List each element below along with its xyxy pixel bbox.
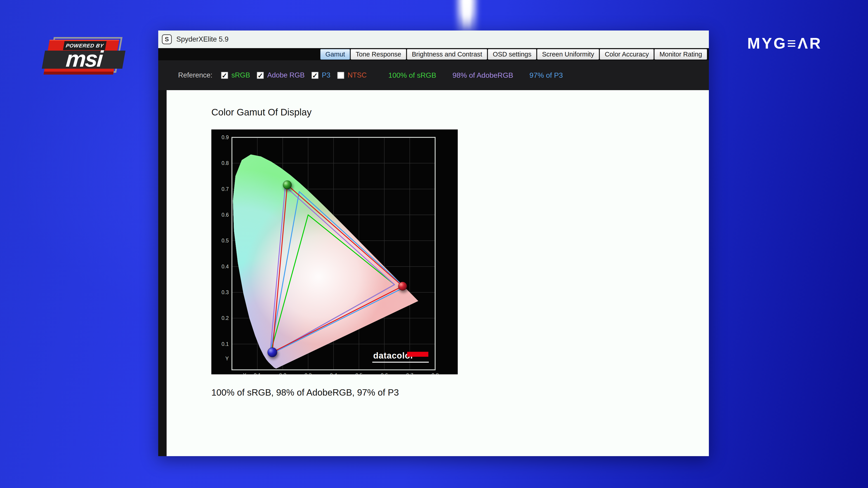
chromaticity-chart: 0.10.20.30.40.50.60.70.8X0.10.20.30.40.5… [211,129,458,375]
datacolor-logo-bar [407,352,428,357]
reference-option-ntsc: NTSC [337,71,367,79]
svg-text:0.8: 0.8 [432,372,439,375]
cie-horseshoe [225,148,433,373]
coverage-caption: 100% of sRGB, 98% of AdobeRGB, 97% of P3 [211,387,709,398]
checkbox-ntsc[interactable] [337,72,344,79]
svg-text:0.6: 0.6 [221,212,229,218]
svg-text:0.7: 0.7 [406,372,413,375]
svg-text:0.1: 0.1 [221,341,229,347]
marker-red-primary [398,282,407,291]
checkbox-label: sRGB [231,71,250,79]
svg-text:X: X [243,372,246,375]
reference-option-p3: ✓P3 [311,71,331,79]
checkbox-p3[interactable]: ✓ [311,72,318,79]
reference-bar: Reference: ✓sRGB✓Adobe RGB✓P3NTSC 100% o… [158,60,709,90]
svg-text:0.3: 0.3 [305,372,312,375]
tab-bar: GamutTone ResponseBrightness and Contras… [158,48,709,60]
marker-blue-primary [268,348,277,357]
coverage-summary: 98% of AdobeRGB [453,71,513,79]
svg-text:Y: Y [225,356,229,361]
svg-text:0.6: 0.6 [381,372,388,375]
window-titlebar[interactable]: S SpyderXElite 5.9 [158,31,709,48]
checkbox-srgb[interactable]: ✓ [221,72,228,79]
spyderx-elite-window: S SpyderXElite 5.9 GamutTone ResponseBri… [158,31,709,456]
tab-brightness-and-contrast[interactable]: Brightness and Contrast [407,49,487,60]
datacolor-watermark: datacolor [372,351,429,362]
svg-text:0.9: 0.9 [221,134,229,140]
tab-osd-settings[interactable]: OSD settings [488,49,536,60]
wallpaper-light-beam-core [463,0,471,32]
svg-text:0.5: 0.5 [221,238,229,243]
checkbox-adobe-rgb[interactable]: ✓ [257,72,264,79]
gamut-coverage-summaries: 100% of sRGB98% of AdobeRGB97% of P3 [388,71,563,79]
coverage-summary: 97% of P3 [529,71,563,79]
svg-text:0.3: 0.3 [221,289,229,295]
coverage-summary: 100% of sRGB [388,71,436,79]
checkbox-label: Adobe RGB [267,71,305,79]
checkbox-label: NTSC [348,71,367,79]
page-title: Color Gamut Of Display [211,107,709,118]
tab-gamut[interactable]: Gamut [320,49,350,60]
svg-text:0.4: 0.4 [221,264,229,269]
msi-logo: msi [43,48,125,70]
spyder-app-icon: S [162,34,172,44]
tab-color-accuracy[interactable]: Color Accuracy [600,49,654,60]
svg-text:0.7: 0.7 [221,186,229,192]
mygear-logo: MYG≡ΛR [747,34,822,52]
reference-option-adobe-rgb: ✓Adobe RGB [257,71,305,79]
svg-text:0.2: 0.2 [279,372,286,375]
checkbox-label: P3 [322,71,331,79]
window-content: Color Gamut Of Display [158,90,709,456]
marker-green-primary [283,181,291,189]
svg-text:0.1: 0.1 [254,372,261,375]
window-title: SpyderXElite 5.9 [176,35,228,43]
svg-text:0.4: 0.4 [330,372,337,375]
svg-text:0.8: 0.8 [221,160,229,166]
msi-powered-by-badge: POWERED BY msi [44,37,124,78]
reference-label: Reference: [178,71,213,79]
reference-option-srgb: ✓sRGB [221,71,250,79]
tab-tone-response[interactable]: Tone Response [350,49,406,60]
svg-text:0.5: 0.5 [355,372,363,375]
gamut-chart-svg: 0.10.20.30.40.50.60.70.8X0.10.20.30.40.5… [211,129,458,375]
svg-text:0.2: 0.2 [221,315,229,321]
report-panel: Color Gamut Of Display [166,90,709,456]
tab-screen-uniformity[interactable]: Screen Uniformity [537,49,599,60]
tab-monitor-rating[interactable]: Monitor Rating [654,49,707,60]
content-left-strip [158,90,166,456]
